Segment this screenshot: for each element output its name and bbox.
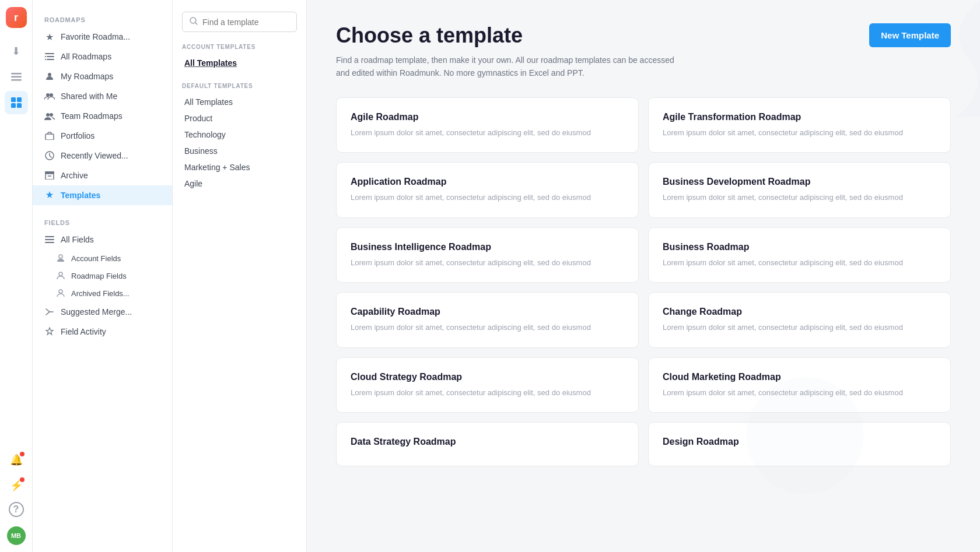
roadmaps-section-label: ROADMAPS [33, 12, 172, 27]
sidebar-item-account-fields[interactable]: Account Fields [33, 249, 172, 267]
logo-letter: r [14, 12, 18, 24]
sidebar: ROADMAPS ★ Favorite Roadma... All Roadma… [33, 0, 173, 552]
template-card-application-roadmap[interactable]: Application Roadmap Lorem ipsum dolor si… [336, 162, 639, 218]
sidebar-item-team-roadmaps[interactable]: Team Roadmaps [33, 106, 172, 126]
template-card-agile-transformation[interactable]: Agile Transformation Roadmap Lorem ipsum… [648, 97, 951, 153]
sidebar-item-recently-viewed[interactable]: Recently Viewed... [33, 146, 172, 166]
template-icon [44, 190, 55, 201]
sidebar-item-templates[interactable]: Templates [33, 185, 172, 205]
team-icon [44, 111, 55, 121]
template-card-change-roadmap[interactable]: Change Roadmap Lorem ipsum dolor sit ame… [648, 292, 951, 348]
svg-rect-8 [47, 56, 54, 57]
svg-rect-11 [45, 59, 46, 60]
sidebar-item-favorite-roadmaps[interactable]: ★ Favorite Roadma... [33, 27, 172, 47]
template-card-capability-roadmap[interactable]: Capability Roadmap Lorem ipsum dolor sit… [336, 292, 639, 348]
list-icon[interactable] [5, 65, 28, 89]
svg-rect-10 [45, 56, 46, 57]
sidebar-label-field-activity: Field Activity [61, 327, 106, 336]
card-desc: Lorem ipsum dolor sit amet, consectetur … [351, 387, 624, 399]
svg-rect-2 [11, 79, 22, 81]
template-card-business-roadmap[interactable]: Business Roadmap Lorem ipsum dolor sit a… [648, 227, 951, 283]
fields-list-icon [44, 234, 55, 245]
sidebar-label-account-fields: Account Fields [71, 254, 121, 263]
main-title: Choose a template [336, 23, 686, 48]
user-avatar[interactable]: MB [7, 526, 26, 545]
template-card-agile-roadmap[interactable]: Agile Roadmap Lorem ipsum dolor sit amet… [336, 97, 639, 153]
svg-rect-1 [11, 76, 22, 78]
account-templates-label: ACCOUNT TEMPLATES [182, 44, 297, 50]
sidebar-label-portfolios: Portfolios [61, 131, 94, 140]
card-desc: Lorem ipsum dolor sit amet, consectetur … [351, 127, 624, 139]
template-card-business-intelligence[interactable]: Business Intelligence Roadmap Lorem ipsu… [336, 227, 639, 283]
tmpl-link-all-templates-acct[interactable]: All Templates [182, 55, 297, 71]
sidebar-label-templates: Templates [61, 191, 100, 200]
template-card-business-development[interactable]: Business Development Roadmap Lorem ipsum… [648, 162, 951, 218]
bell-icon[interactable]: 🔔 [5, 448, 28, 472]
sidebar-label-suggested-merge: Suggested Merge... [61, 307, 132, 317]
svg-rect-9 [47, 59, 54, 60]
card-title: Business Roadmap [663, 242, 936, 252]
template-list-panel: ACCOUNT TEMPLATES All Templates DEFAULT … [173, 0, 307, 552]
briefcase-icon [44, 131, 55, 141]
card-title: Design Roadmap [663, 437, 936, 447]
svg-rect-5 [11, 103, 16, 108]
sidebar-label-my-roadmaps: My Roadmaps [61, 72, 113, 81]
sidebar-item-archive[interactable]: Archive [33, 166, 172, 185]
sidebar-label-archived-fields: Archived Fields... [71, 289, 130, 298]
tmpl-link-business[interactable]: Business [182, 143, 297, 159]
sidebar-item-archived-fields[interactable]: Archived Fields... [33, 284, 172, 302]
fields-section-label: FIELDS [33, 215, 172, 230]
card-title: Cloud Strategy Roadmap [351, 372, 624, 382]
sidebar-item-suggested-merge[interactable]: Suggested Merge... [33, 302, 172, 322]
svg-point-12 [48, 73, 51, 76]
template-card-data-strategy[interactable]: Data Strategy Roadmap [336, 422, 639, 466]
svg-point-13 [46, 93, 50, 97]
svg-point-26 [59, 290, 62, 293]
template-card-design-roadmap[interactable]: Design Roadmap [648, 422, 951, 466]
card-title: Agile Transformation Roadmap [663, 112, 936, 122]
sidebar-item-all-roadmaps[interactable]: All Roadmaps [33, 47, 172, 66]
sidebar-item-shared-with-me[interactable]: Shared with Me [33, 86, 172, 106]
app-logo[interactable]: r [6, 7, 27, 28]
card-title: Capability Roadmap [351, 307, 624, 317]
tmpl-link-agile[interactable]: Agile [182, 175, 297, 192]
list-icon [44, 51, 55, 62]
sidebar-item-my-roadmaps[interactable]: My Roadmaps [33, 66, 172, 86]
card-desc: Lorem ipsum dolor sit amet, consectetur … [663, 322, 936, 333]
svg-point-16 [50, 113, 53, 117]
sidebar-item-field-activity[interactable]: Field Activity [33, 322, 172, 342]
sidebar-label-favorite-roadmaps: Favorite Roadma... [61, 32, 130, 41]
grid-icon[interactable] [5, 91, 28, 114]
card-desc: Lorem ipsum dolor sit amet, consectetur … [351, 192, 624, 203]
svg-rect-3 [11, 97, 16, 102]
card-desc: Lorem ipsum dolor sit amet, consectetur … [663, 387, 936, 399]
lightning-icon[interactable]: ⚡ [5, 474, 28, 497]
download-icon[interactable]: ⬇ [5, 40, 28, 63]
sidebar-item-all-fields[interactable]: All Fields [33, 230, 172, 249]
default-templates-section: DEFAULT TEMPLATES All Templates Product … [182, 83, 297, 192]
card-title: Business Intelligence Roadmap [351, 242, 624, 252]
main-subtitle: Find a roadmap template, then make it yo… [336, 54, 686, 80]
card-title: Cloud Marketing Roadmap [663, 372, 936, 382]
tmpl-link-technology[interactable]: Technology [182, 126, 297, 143]
svg-point-25 [59, 272, 62, 276]
template-card-cloud-marketing[interactable]: Cloud Marketing Roadmap Lorem ipsum dolo… [648, 357, 951, 413]
card-desc: Lorem ipsum dolor sit amet, consectetur … [663, 192, 936, 203]
tmpl-link-product[interactable]: Product [182, 110, 297, 126]
new-template-button[interactable]: New Template [869, 23, 951, 47]
search-box[interactable] [182, 12, 297, 32]
bell-badge [20, 452, 24, 456]
search-icon [190, 17, 198, 27]
search-input[interactable] [202, 17, 289, 27]
sidebar-item-roadmap-fields[interactable]: Roadmap Fields [33, 267, 172, 284]
card-desc: Lorem ipsum dolor sit amet, consectetur … [663, 127, 936, 139]
lightning-badge [20, 477, 24, 482]
sidebar-item-portfolios[interactable]: Portfolios [33, 126, 172, 146]
merge-icon [44, 307, 55, 317]
template-cards-grid: Agile Roadmap Lorem ipsum dolor sit amet… [336, 97, 951, 467]
help-icon[interactable]: ? [9, 502, 24, 517]
svg-rect-22 [45, 239, 54, 240]
template-card-cloud-strategy[interactable]: Cloud Strategy Roadmap Lorem ipsum dolor… [336, 357, 639, 413]
tmpl-link-all-templates-def[interactable]: All Templates [182, 94, 297, 110]
tmpl-link-marketing-sales[interactable]: Marketing + Sales [182, 159, 297, 175]
